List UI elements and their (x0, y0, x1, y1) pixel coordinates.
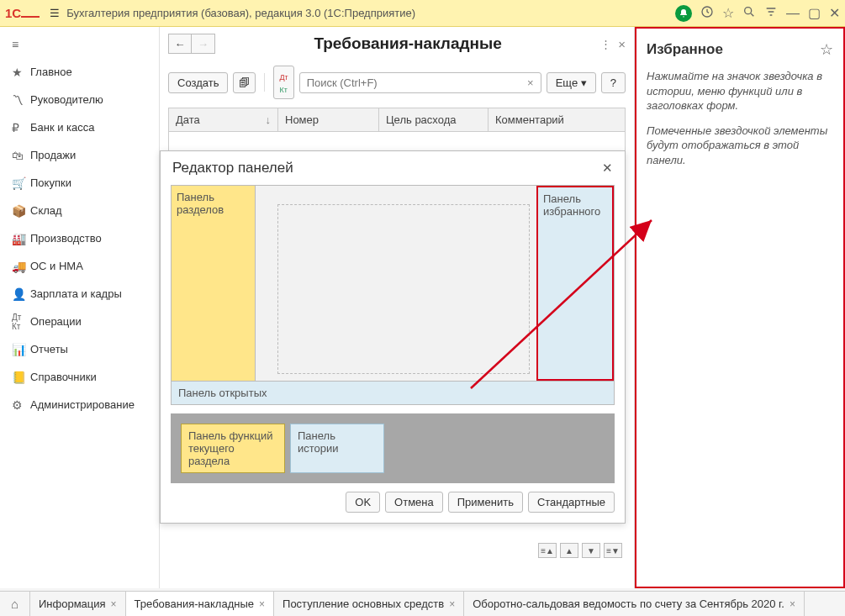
help-button[interactable]: ? (601, 72, 626, 93)
sidebar-item-label: Склад (30, 204, 62, 217)
sidebar-item-label: Покупки (30, 176, 71, 189)
favorites-title: Избранное (647, 41, 723, 58)
home-tab-icon[interactable]: ⌂ (0, 592, 30, 616)
sidebar-item-reports[interactable]: 📊Отчеты (0, 335, 159, 363)
hamburger-icon[interactable]: ☰ (50, 7, 60, 19)
more-button[interactable]: Еще ▾ (547, 72, 596, 93)
content-area: ← → Требования-накладные ⋮ × Создать 🗐 Д… (160, 27, 635, 588)
titlebar: 1С ☰ Бухгалтерия предприятия (базовая), … (0, 0, 845, 27)
sidebar-item-purchases[interactable]: 🛒Покупки (0, 169, 159, 197)
tab-assets-receipt[interactable]: Поступление основных средств× (274, 592, 464, 616)
nav-last-icon[interactable]: ≡▼ (604, 543, 622, 558)
sidebar-hamburger[interactable]: ≡ (0, 30, 159, 58)
panel-sections-slot[interactable]: Панель разделов (172, 186, 256, 381)
doc-close-icon[interactable]: × (618, 37, 626, 51)
nav-forward-button[interactable]: → (192, 34, 215, 54)
col-purpose[interactable]: Цель расхода (379, 108, 489, 131)
doc-title: Требования-накладные (222, 34, 594, 53)
filter-icon[interactable] (764, 5, 778, 22)
cancel-button[interactable]: Отмена (385, 492, 443, 513)
sidebar: ≡ ★Главное 〽Руководителю ₽Банк и касса 🛍… (0, 27, 160, 588)
tab-close-icon[interactable]: × (449, 598, 455, 610)
nav-first-icon[interactable]: ≡▲ (538, 543, 557, 558)
nav-up-icon[interactable]: ▲ (560, 543, 578, 558)
panel-center-slot[interactable] (256, 186, 536, 381)
tab-close-icon[interactable]: × (259, 598, 265, 610)
favorites-star-icon[interactable]: ☆ (820, 40, 833, 59)
sidebar-item-label: Продажи (30, 149, 76, 161)
favorites-hint-2: Помеченные звездочкой элементы будут ото… (647, 124, 833, 168)
dtkt-button[interactable]: ДтКт (273, 66, 293, 99)
tab-close-icon[interactable]: × (111, 598, 117, 610)
panel-functions-tile[interactable]: Панель функций текущего раздела (181, 424, 285, 473)
nav-back-button[interactable]: ← (168, 34, 192, 54)
search-box[interactable]: × (299, 72, 541, 93)
sidebar-item-label: ОС и НМА (30, 260, 83, 272)
doc-kebab-icon[interactable]: ⋮ (600, 38, 611, 50)
separator (264, 73, 265, 92)
table-header: Дата ↓ Номер Цель расхода Комментарий (168, 108, 626, 132)
sidebar-item-label: Администрирование (30, 398, 135, 411)
sidebar-item-label: Операции (30, 315, 82, 328)
sidebar-item-hr[interactable]: 👤Зарплата и кадры (0, 280, 159, 308)
tab-balance-report[interactable]: Оборотно-сальдовая ведомость по счету за… (464, 592, 805, 616)
sidebar-item-sales[interactable]: 🛍Продажи (0, 141, 159, 169)
tab-requirements[interactable]: Требования-накладные× (126, 592, 274, 616)
logo-1c: 1С (5, 6, 40, 20)
tab-label: Информация (39, 598, 106, 610)
maximize-icon[interactable]: ▢ (808, 5, 821, 21)
svg-point-1 (745, 7, 752, 13)
sidebar-item-assets[interactable]: 🚚ОС и НМА (0, 252, 159, 280)
sidebar-item-operations[interactable]: ДтКтОперации (0, 308, 159, 335)
history-icon[interactable] (700, 5, 714, 22)
search-icon[interactable] (742, 5, 756, 22)
panel-editor-dialog: Редактор панелей ✕ Панель разделов Панел… (160, 150, 626, 524)
sidebar-item-admin[interactable]: ⚙Администрирование (0, 391, 159, 419)
standard-button[interactable]: Стандартные (528, 492, 615, 513)
panel-open-slot[interactable]: Панель открытых (172, 381, 614, 404)
nav-down-icon[interactable]: ▼ (582, 543, 600, 558)
panel-unused-row: Панель функций текущего раздела Панель и… (171, 413, 615, 483)
apply-button[interactable]: Применить (448, 492, 523, 513)
sidebar-item-warehouse[interactable]: 📦Склад (0, 197, 159, 224)
sidebar-item-label: Зарплата и кадры (30, 287, 122, 300)
panel-favorites-slot[interactable]: Панель избранного (536, 186, 614, 381)
sidebar-item-label: Главное (30, 66, 72, 78)
doc-header: ← → Требования-накладные ⋮ × (160, 27, 634, 61)
close-window-icon[interactable]: ✕ (829, 5, 840, 21)
app-title: Бухгалтерия предприятия (базовая), редак… (66, 7, 675, 19)
sidebar-item-production[interactable]: 🏭Производство (0, 224, 159, 252)
sidebar-item-label: Банк и касса (30, 121, 95, 134)
search-input[interactable] (304, 73, 524, 92)
copy-button[interactable]: 🗐 (233, 72, 256, 93)
favorites-panel: Избранное ☆ Нажимайте на значок звездочк… (635, 27, 845, 588)
minimize-icon[interactable]: — (786, 6, 800, 21)
tabs-bar: ⌂ Информация× Требования-накладные× Пост… (0, 591, 845, 616)
notifications-icon[interactable] (675, 5, 692, 22)
favorites-hint-1: Нажимайте на значок звездочка в истории,… (647, 69, 833, 113)
col-date[interactable]: Дата ↓ (169, 108, 278, 131)
sidebar-item-catalogs[interactable]: 📒Справочники (0, 363, 159, 391)
tab-label: Оборотно-сальдовая ведомость по счету за… (473, 598, 784, 610)
sidebar-item-label: Руководителю (30, 93, 103, 106)
create-button[interactable]: Создать (168, 72, 228, 93)
panel-editor-close-icon[interactable]: ✕ (602, 161, 613, 176)
sidebar-item-label: Отчеты (30, 343, 68, 355)
tab-info[interactable]: Информация× (30, 592, 126, 616)
col-comment[interactable]: Комментарий (489, 108, 625, 131)
tab-label: Требования-накладные (135, 598, 254, 610)
list-nav-buttons: ≡▲ ▲ ▼ ≡▼ (538, 543, 622, 558)
tab-close-icon[interactable]: × (790, 598, 795, 610)
panel-editor-grid: Панель разделов Панель избранного Панель… (171, 185, 615, 405)
title-actions: ☆ — ▢ ✕ (675, 5, 840, 22)
panel-history-tile[interactable]: Панель истории (290, 424, 384, 473)
tab-label: Поступление основных средств (283, 598, 444, 610)
col-number[interactable]: Номер (278, 108, 379, 131)
sidebar-item-label: Производство (30, 232, 102, 245)
sidebar-item-manager[interactable]: 〽Руководителю (0, 86, 159, 113)
ok-button[interactable]: OK (346, 492, 380, 513)
sidebar-item-bank[interactable]: ₽Банк и касса (0, 113, 159, 141)
search-clear-icon[interactable]: × (524, 76, 537, 89)
star-icon[interactable]: ☆ (722, 5, 734, 21)
sidebar-item-main[interactable]: ★Главное (0, 58, 159, 86)
